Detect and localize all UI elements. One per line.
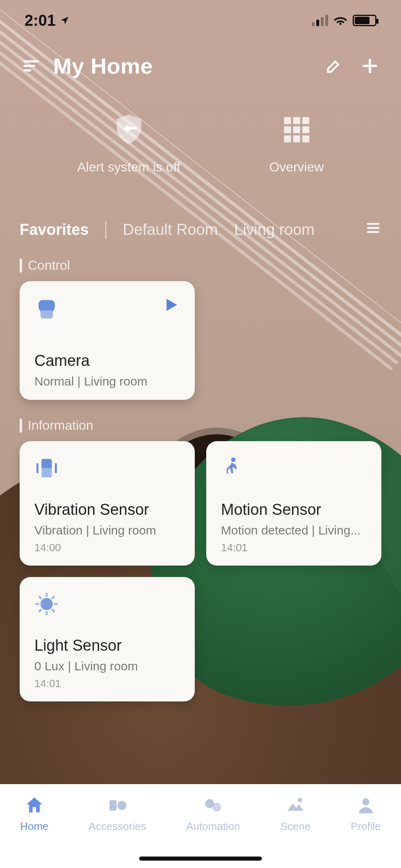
svg-rect-10: [302, 135, 309, 142]
card-timestamp: 14:00: [34, 541, 180, 554]
tab-divider: [105, 221, 106, 239]
motion-icon: [221, 456, 247, 482]
card-title: Camera: [34, 352, 180, 370]
nav-automation[interactable]: Automation: [186, 795, 240, 833]
svg-point-21: [362, 798, 369, 805]
section-control: Control: [0, 240, 401, 281]
home-indicator[interactable]: [139, 857, 262, 861]
nav-scene[interactable]: Scene: [280, 795, 311, 833]
overview-button[interactable]: Overview: [269, 111, 324, 175]
nav-label: Scene: [280, 820, 311, 833]
svg-point-19: [212, 803, 221, 812]
wifi-icon: [334, 14, 347, 27]
edit-button[interactable]: [322, 54, 345, 77]
add-button[interactable]: [358, 54, 381, 77]
nav-label: Accessories: [89, 820, 146, 833]
card-subtitle: Motion detected | Living...: [221, 523, 367, 537]
overview-label: Overview: [269, 160, 324, 175]
svg-rect-13: [42, 459, 52, 469]
tab-living-room[interactable]: Living room: [234, 221, 314, 239]
section-information: Information: [0, 400, 401, 441]
svg-rect-4: [302, 117, 309, 124]
play-icon: [162, 296, 180, 314]
battery-icon: [353, 15, 376, 26]
nav-profile[interactable]: Profile: [351, 795, 381, 833]
section-information-label: Information: [28, 418, 93, 433]
card-title: Vibration Sensor: [34, 501, 180, 519]
status-time: 2:01: [25, 12, 70, 29]
accessories-icon: [107, 795, 128, 816]
grid-icon: [278, 111, 315, 148]
svg-rect-9: [293, 135, 300, 142]
svg-point-14: [231, 458, 236, 462]
svg-rect-3: [293, 117, 300, 124]
camera-icon: [34, 296, 61, 322]
svg-point-20: [297, 798, 302, 803]
edit-icon: [325, 57, 343, 75]
svg-point-17: [117, 801, 126, 810]
nav-label: Home: [20, 820, 48, 833]
svg-rect-11: [41, 310, 53, 318]
device-card-camera[interactable]: Camera Normal | Living room: [20, 281, 195, 400]
svg-rect-16: [109, 800, 116, 811]
menu-icon: [22, 57, 40, 75]
svg-rect-6: [293, 126, 300, 133]
home-icon: [24, 795, 45, 816]
bottom-nav: Home Accessories Automation Scene Profil…: [0, 784, 401, 868]
nav-accessories[interactable]: Accessories: [89, 795, 146, 833]
plus-icon: [361, 57, 379, 75]
shield-icon: [110, 111, 147, 148]
app-header: My Home: [0, 41, 401, 79]
rooms-menu-button[interactable]: [365, 220, 381, 240]
play-button[interactable]: [162, 296, 180, 316]
device-card-motion[interactable]: Motion Sensor Motion detected | Living..…: [206, 441, 381, 566]
status-bar: 2:01: [0, 0, 401, 41]
tab-default-room[interactable]: Default Room: [123, 221, 218, 239]
device-card-vibration[interactable]: Vibration Sensor Vibration | Living room…: [20, 441, 195, 566]
card-timestamp: 14:01: [34, 677, 180, 690]
vibration-icon: [34, 456, 61, 482]
svg-point-15: [41, 598, 53, 610]
card-title: Light Sensor: [34, 637, 180, 654]
alert-system-button[interactable]: Alert system is off: [77, 111, 180, 175]
alert-system-label: Alert system is off: [77, 160, 180, 175]
hamburger-icon: [365, 220, 381, 236]
svg-rect-8: [284, 135, 291, 142]
card-timestamp: 14:01: [221, 541, 367, 554]
card-subtitle: Normal | Living room: [34, 374, 180, 388]
scene-icon: [285, 795, 306, 816]
card-subtitle: 0 Lux | Living room: [34, 659, 180, 673]
signal-icon: [312, 15, 328, 26]
card-title: Motion Sensor: [221, 501, 367, 519]
svg-rect-5: [284, 126, 291, 133]
status-time-text: 2:01: [25, 12, 56, 29]
nav-home[interactable]: Home: [20, 795, 48, 833]
light-sensor-icon: [34, 592, 61, 618]
svg-rect-7: [302, 126, 309, 133]
card-subtitle: Vibration | Living room: [34, 523, 180, 537]
menu-button[interactable]: [20, 54, 43, 77]
svg-rect-2: [284, 117, 291, 124]
device-card-light[interactable]: Light Sensor 0 Lux | Living room 14:01: [20, 577, 195, 701]
section-control-label: Control: [28, 258, 70, 273]
page-title: My Home: [53, 53, 153, 79]
nav-label: Automation: [186, 820, 240, 833]
profile-icon: [355, 795, 376, 816]
nav-label: Profile: [351, 820, 381, 833]
automation-icon: [203, 795, 224, 816]
tab-favorites[interactable]: Favorites: [20, 221, 89, 239]
location-icon: [60, 16, 70, 25]
room-tabs: Favorites Default Room Living room: [0, 220, 401, 240]
svg-rect-1: [129, 127, 137, 129]
